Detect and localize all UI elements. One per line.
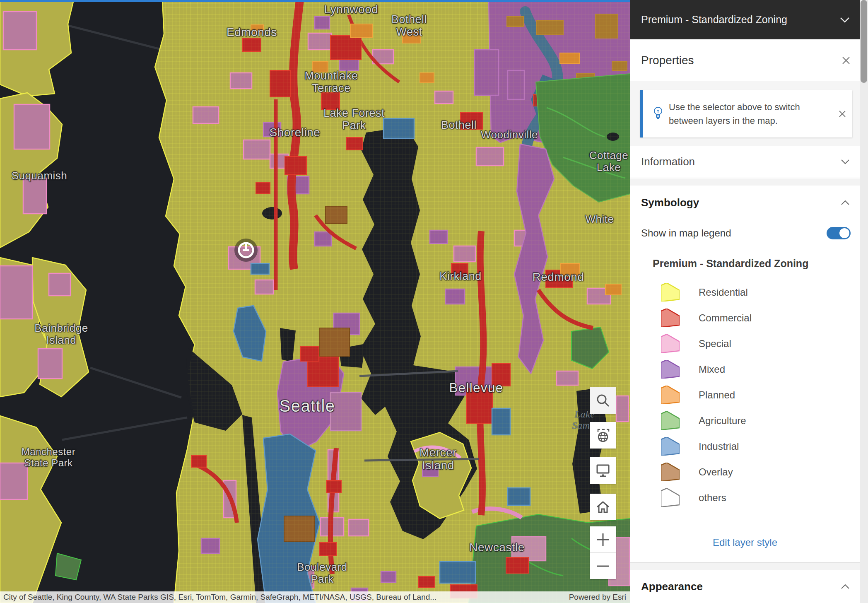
home-button[interactable] — [590, 494, 616, 520]
selector-hint-callout: Use the selector above to switch between… — [640, 90, 852, 137]
section-information[interactable]: Information — [630, 146, 860, 178]
properties-title-row: Properties — [630, 39, 860, 81]
legend-item-label: Industrial — [699, 441, 739, 452]
attribution-bar: City of Seattle, King County, WA State P… — [0, 591, 630, 603]
map-top-border — [0, 0, 630, 2]
monitor-icon — [596, 463, 610, 478]
legend-item-label: others — [699, 492, 726, 504]
legend-swatch — [661, 411, 680, 430]
legend-item: Mixed — [661, 360, 851, 379]
section-appearance[interactable]: Appearance — [630, 570, 860, 603]
show-in-map-legend-toggle[interactable] — [827, 227, 851, 239]
legend-item: Industrial — [661, 437, 851, 456]
information-label: Information — [641, 155, 695, 168]
legend-title: Premium - Standardized Zoning — [653, 258, 808, 270]
legend-swatch — [661, 360, 680, 379]
legend-swatch — [661, 386, 680, 404]
map-canvas[interactable]: LynnwoodEdmondsBothell WestMountlake Ter… — [0, 0, 630, 603]
appearance-label: Appearance — [641, 580, 703, 593]
chevron-down-icon — [840, 17, 850, 23]
legend-item: Residential — [661, 283, 851, 302]
show-in-map-legend-label: Show in map legend — [641, 227, 731, 239]
basemap-button[interactable] — [590, 422, 616, 449]
section-gap — [630, 563, 860, 571]
home-icon — [596, 500, 610, 514]
zoning-map-graphic[interactable] — [0, 0, 630, 603]
legend-item-label: Agriculture — [699, 415, 746, 427]
legend-swatch — [661, 309, 680, 327]
legend-swatch — [661, 463, 680, 481]
chevron-up-icon — [841, 584, 850, 589]
legend-swatch — [661, 334, 680, 353]
section-symbology[interactable]: Symbology — [630, 186, 860, 219]
attribution-text: City of Seattle, King County, WA State P… — [3, 593, 436, 602]
layer-selector[interactable]: Premium - Standardized Zoning — [630, 0, 860, 39]
map-controls — [590, 387, 616, 579]
chevron-up-icon — [841, 200, 850, 205]
section-gap — [630, 178, 860, 186]
zoom-controls — [590, 526, 616, 579]
legend-item: Agriculture — [661, 411, 851, 430]
properties-panel: Premium - Standardized Zoning Properties… — [630, 0, 860, 603]
edit-layer-style-link[interactable]: Edit layer style — [630, 537, 860, 548]
location-marker — [237, 241, 255, 259]
zoom-out-button[interactable] — [590, 553, 616, 579]
legend-item: Commercial — [661, 309, 851, 327]
minus-icon — [596, 564, 610, 568]
lightbulb-icon — [652, 106, 669, 122]
toggle-knob — [839, 228, 849, 238]
scrollbar-thumb[interactable] — [861, 0, 867, 83]
search-button[interactable] — [590, 387, 616, 414]
legend-list: Residential Commercial Special Mixed — [661, 283, 851, 514]
layer-selector-label: Premium - Standardized Zoning — [641, 14, 787, 26]
close-panel-icon[interactable] — [841, 56, 851, 65]
show-in-map-legend-row: Show in map legend — [641, 227, 851, 239]
legend-item: Special — [661, 334, 851, 353]
basemap-globe-icon — [596, 428, 610, 443]
legend-swatch — [661, 283, 680, 302]
symbology-label: Symbology — [641, 196, 699, 209]
screen-button[interactable] — [590, 457, 616, 484]
dismiss-callout-icon[interactable] — [838, 110, 846, 118]
legend-item-label: Residential — [699, 287, 748, 298]
legend-swatch — [661, 488, 680, 507]
callout-text: Use the selector above to switch between… — [669, 100, 838, 128]
powered-by-esri: Powered by Esri — [569, 593, 626, 602]
legend-item-label: Planned — [699, 389, 735, 401]
search-icon — [596, 393, 610, 408]
legend-item: others — [661, 488, 851, 507]
panel-scrollbar[interactable] — [860, 0, 868, 603]
chevron-down-icon — [841, 159, 850, 164]
zoom-in-button[interactable] — [590, 526, 616, 552]
legend-item: Overlay — [661, 463, 851, 481]
legend-item-label: Overlay — [699, 466, 733, 478]
panel-title: Properties — [641, 54, 694, 67]
legend-item-label: Mixed — [699, 364, 725, 375]
arcgis-map-viewer: LynnwoodEdmondsBothell WestMountlake Ter… — [0, 0, 868, 603]
legend-item: Planned — [661, 386, 851, 404]
legend-swatch — [661, 437, 680, 456]
legend-item-label: Commercial — [699, 312, 752, 324]
legend-item-label: Special — [699, 338, 731, 350]
plus-icon — [596, 533, 610, 547]
